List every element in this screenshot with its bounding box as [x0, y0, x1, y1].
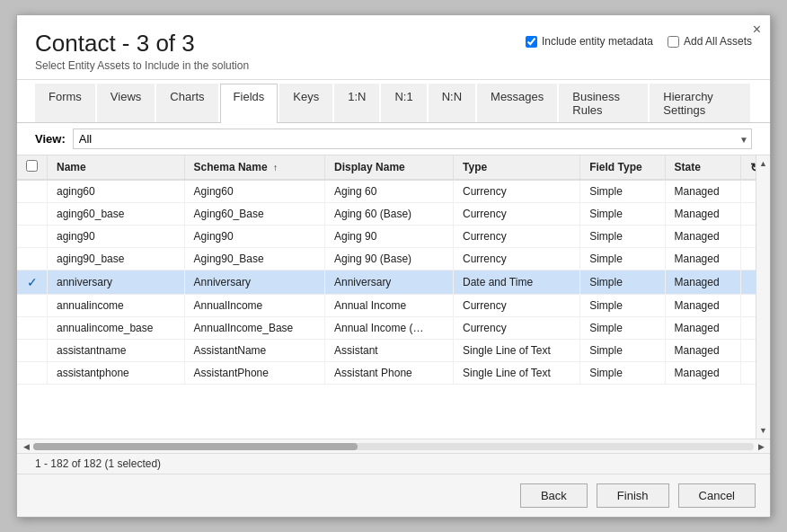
- col-check: [17, 155, 48, 180]
- tab-charts[interactable]: Charts: [156, 84, 217, 122]
- add-all-assets-group: Add All Assets: [668, 35, 752, 48]
- row-display-name: Assistant: [325, 340, 454, 362]
- scroll-down-button[interactable]: ▼: [756, 422, 770, 439]
- row-checkbox-cell: [17, 226, 48, 248]
- row-name: aging90_base: [48, 248, 185, 270]
- tab-messages[interactable]: Messages: [477, 84, 557, 122]
- tab-nn[interactable]: N:N: [429, 84, 475, 122]
- row-display-name: Annual Income (…: [325, 317, 454, 340]
- table-container[interactable]: Name Schema Name ↑ Display Name Type Fie…: [17, 155, 770, 439]
- row-name: annualincome_base: [48, 317, 185, 340]
- col-schema-name[interactable]: Schema Name ↑: [184, 155, 324, 180]
- row-state: Managed: [665, 317, 740, 340]
- title-right: Include entity metadata Add All Assets: [526, 35, 752, 48]
- row-type: Currency: [454, 180, 580, 203]
- table-row[interactable]: annualincomeAnnualIncomeAnnual IncomeCur…: [17, 295, 770, 317]
- tab-forms[interactable]: Forms: [35, 84, 95, 122]
- col-name[interactable]: Name: [48, 155, 185, 180]
- tab-hierarchy-settings[interactable]: Hierarchy Settings: [650, 84, 750, 122]
- cancel-button[interactable]: Cancel: [678, 483, 756, 508]
- table-row[interactable]: aging60Aging60Aging 60CurrencySimpleMana…: [17, 180, 770, 203]
- row-type: Currency: [454, 226, 580, 248]
- back-button[interactable]: Back: [520, 483, 588, 508]
- close-button[interactable]: ×: [753, 22, 761, 37]
- table-header-row: Name Schema Name ↑ Display Name Type Fie…: [17, 155, 770, 180]
- row-schema-name: Aging60_Base: [184, 203, 324, 226]
- col-type[interactable]: Type: [454, 155, 580, 180]
- tab-views[interactable]: Views: [97, 84, 155, 122]
- row-checkbox-cell: [17, 248, 48, 270]
- row-type: Currency: [454, 295, 580, 317]
- row-display-name: Annual Income: [325, 295, 454, 317]
- table-row[interactable]: aging90Aging90Aging 90CurrencySimpleMana…: [17, 226, 770, 248]
- row-display-name: Aging 90: [325, 226, 454, 248]
- row-name: aging60: [48, 180, 185, 203]
- horizontal-scroll-bar[interactable]: ◀ ▶: [17, 439, 770, 453]
- row-checkbox-cell: [17, 180, 48, 203]
- row-type: Single Line of Text: [454, 340, 580, 362]
- table-row[interactable]: aging90_baseAging90_BaseAging 90 (Base)C…: [17, 248, 770, 270]
- row-name: assistantname: [48, 340, 185, 362]
- view-bar: View: All ▼: [17, 123, 770, 155]
- row-name: aging60_base: [48, 203, 185, 226]
- page-subtitle: Select Entity Assets to Include in the s…: [35, 59, 249, 72]
- table-row[interactable]: ✓anniversaryAnniversaryAnniversaryDate a…: [17, 270, 770, 295]
- row-type: Currency: [454, 203, 580, 226]
- tab-n1[interactable]: N:1: [381, 84, 426, 122]
- finish-button[interactable]: Finish: [597, 483, 669, 508]
- row-schema-name: AnnualIncome: [184, 295, 324, 317]
- hscroll-thumb[interactable]: [33, 443, 358, 450]
- col-display-name[interactable]: Display Name: [325, 155, 454, 180]
- row-name: aging90: [48, 226, 185, 248]
- tabs-bar: Forms Views Charts Fields Keys 1:N N:1 N…: [17, 80, 770, 123]
- row-field-type: Simple: [580, 362, 665, 385]
- row-field-type: Simple: [580, 226, 665, 248]
- vertical-scroll-bar[interactable]: ▲ ▼: [756, 155, 770, 439]
- row-display-name: Aging 90 (Base): [325, 248, 454, 270]
- include-metadata-label: Include entity metadata: [542, 35, 653, 48]
- hscroll-right-button[interactable]: ▶: [754, 440, 768, 453]
- add-all-assets-checkbox[interactable]: [668, 36, 679, 48]
- view-label: View:: [35, 132, 66, 146]
- row-schema-name: Anniversary: [184, 270, 324, 295]
- row-state: Managed: [665, 226, 740, 248]
- tab-1n[interactable]: 1:N: [334, 84, 379, 122]
- row-checkbox-cell: [17, 317, 48, 340]
- tab-fields[interactable]: Fields: [220, 84, 279, 123]
- row-schema-name: AssistantName: [184, 340, 324, 362]
- row-display-name: Assistant Phone: [325, 362, 454, 385]
- row-schema-name: Aging90_Base: [184, 248, 324, 270]
- select-all-checkbox[interactable]: [26, 160, 38, 172]
- row-state: Managed: [665, 340, 740, 362]
- row-state: Managed: [665, 203, 740, 226]
- table-body: aging60Aging60Aging 60CurrencySimpleMana…: [17, 180, 770, 385]
- scroll-up-button[interactable]: ▲: [756, 155, 770, 172]
- table-row[interactable]: aging60_baseAging60_BaseAging 60 (Base)C…: [17, 203, 770, 226]
- hscroll-track[interactable]: [33, 443, 754, 450]
- tab-business-rules[interactable]: Business Rules: [559, 84, 648, 122]
- tab-keys[interactable]: Keys: [279, 84, 332, 122]
- row-checkmark-icon: ✓: [27, 275, 38, 289]
- hscroll-left-button[interactable]: ◀: [19, 440, 33, 453]
- col-state[interactable]: State: [665, 155, 740, 180]
- include-metadata-checkbox[interactable]: [526, 36, 537, 48]
- col-field-type[interactable]: Field Type: [580, 155, 665, 180]
- row-schema-name: Aging90: [184, 226, 324, 248]
- row-type: Currency: [454, 248, 580, 270]
- row-field-type: Simple: [580, 270, 665, 295]
- table-row[interactable]: assistantnameAssistantNameAssistantSingl…: [17, 340, 770, 362]
- row-schema-name: AnnualIncome_Base: [184, 317, 324, 340]
- row-type: Date and Time: [454, 270, 580, 295]
- status-text: 1 - 182 of 182 (1 selected): [35, 457, 161, 470]
- table-row[interactable]: annualincome_baseAnnualIncome_BaseAnnual…: [17, 317, 770, 340]
- row-field-type: Simple: [580, 203, 665, 226]
- fields-table: Name Schema Name ↑ Display Name Type Fie…: [17, 155, 770, 385]
- table-row[interactable]: assistantphoneAssistantPhoneAssistant Ph…: [17, 362, 770, 385]
- status-bar: 1 - 182 of 182 (1 selected): [17, 453, 770, 474]
- row-schema-name: AssistantPhone: [184, 362, 324, 385]
- row-checkbox-cell: ✓: [17, 270, 48, 295]
- sort-arrow-icon: ↑: [273, 163, 278, 173]
- row-display-name: Aging 60 (Base): [325, 203, 454, 226]
- row-type: Single Line of Text: [454, 362, 580, 385]
- view-select[interactable]: All: [73, 129, 752, 149]
